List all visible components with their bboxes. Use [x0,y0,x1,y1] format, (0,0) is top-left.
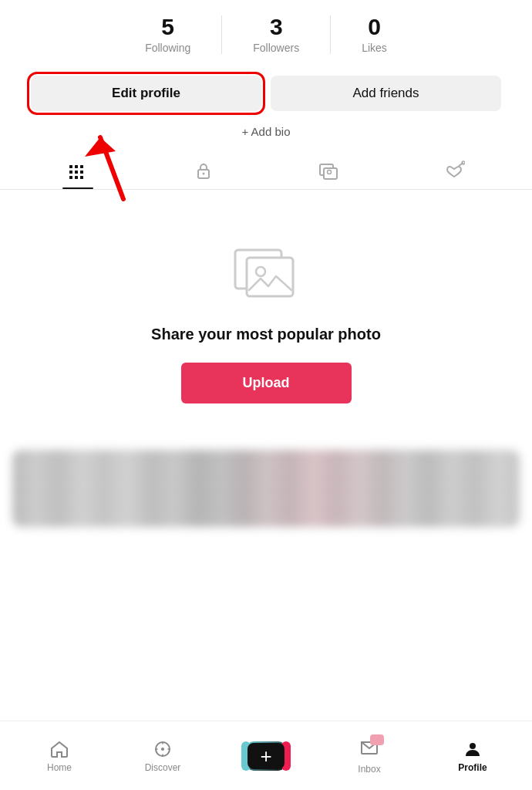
create-button[interactable]: + [246,741,286,771]
nav-profile-label: Profile [458,762,487,773]
tab-liked[interactable] [443,160,465,189]
svg-rect-8 [80,165,83,168]
followers-stat[interactable]: 3 Followers [222,15,331,54]
nav-profile[interactable]: Profile [421,739,524,773]
svg-rect-7 [75,176,78,179]
nav-inbox[interactable]: Inbox [318,738,421,775]
svg-rect-19 [247,258,293,296]
svg-rect-5 [75,165,78,168]
plus-icon: + [260,746,271,766]
lock-icon [193,160,214,181]
svg-rect-3 [69,170,72,174]
bottom-navigation: Home Discover + Inbox Pr [0,721,532,790]
tab-grid[interactable] [67,160,89,189]
svg-rect-4 [69,176,72,179]
nav-inbox-label: Inbox [358,764,380,775]
blurred-ad-banner [12,450,520,527]
inbox-notification-badge [370,734,384,745]
empty-state-title: Share your most popular photo [151,324,381,344]
following-label: Following [145,42,190,54]
followers-label: Followers [253,42,299,54]
tab-private[interactable] [193,160,214,189]
empty-state: Share your most popular photo Upload [0,190,532,434]
svg-rect-2 [69,165,72,168]
svg-rect-10 [80,176,83,179]
svg-point-23 [470,743,476,749]
following-count: 5 [161,15,174,39]
svg-point-22 [161,748,164,751]
add-bio-row: + Add bio [0,119,532,152]
likes-label: Likes [362,42,387,54]
likes-count: 0 [368,15,381,39]
upload-button[interactable]: Upload [181,363,352,403]
photo-tag-icon [318,160,339,181]
nav-discover-label: Discover [145,762,181,773]
edit-profile-button[interactable]: Edit profile [31,76,261,111]
inbox-wrapper [359,738,379,761]
svg-rect-9 [80,170,83,174]
profile-buttons-row: Edit profile Add friends [0,62,532,119]
stats-row: 5 Following 3 Followers 0 Likes [0,0,532,62]
following-stat[interactable]: 5 Following [114,15,222,54]
nav-create[interactable]: + [214,741,318,771]
add-friends-button[interactable]: Add friends [271,76,501,111]
home-icon [49,739,69,759]
grid-icon [67,160,89,181]
tab-photo[interactable] [318,160,339,189]
nav-home[interactable]: Home [8,739,111,773]
compass-icon [153,739,173,759]
likes-stat[interactable]: 0 Likes [331,15,418,54]
photo-placeholder-icon [231,236,301,306]
nav-home-label: Home [47,762,72,773]
add-bio-button[interactable]: + Add bio [242,125,291,138]
svg-point-12 [202,173,204,175]
followers-count: 3 [270,15,283,39]
nav-discover[interactable]: Discover [111,739,214,773]
heart-link-icon [443,160,465,181]
svg-rect-6 [75,170,78,174]
profile-icon [463,739,483,759]
content-tabs [0,152,532,190]
